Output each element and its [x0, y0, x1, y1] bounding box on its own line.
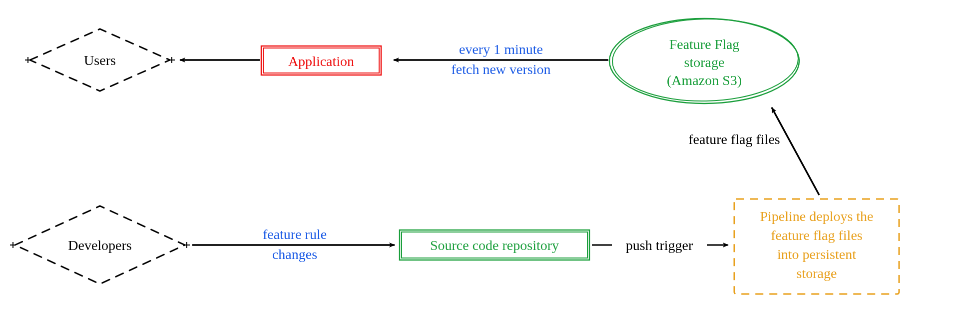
application-node: Application	[261, 46, 381, 75]
developers-label: Developers	[68, 238, 132, 253]
arrow-repo-to-pipeline: push trigger	[592, 238, 728, 253]
edge-repo-pipeline-label: push trigger	[626, 238, 693, 253]
svg-line-12	[772, 108, 819, 195]
repo-node: Source code repository	[400, 230, 589, 260]
application-label: Application	[288, 54, 354, 69]
arrow-pipeline-to-storage: feature flag files	[688, 108, 819, 195]
edge-dev-repo-line2: changes	[272, 246, 317, 262]
pipeline-line2: feature flag files	[771, 228, 862, 243]
users-label: Users	[84, 52, 116, 68]
pipeline-line3: into persistent	[777, 246, 856, 262]
storage-line2: storage	[684, 54, 725, 70]
edge-storage-app-line2: fetch new version	[451, 62, 550, 77]
arrow-dev-to-repo: feature rule changes	[192, 226, 395, 262]
pipeline-line4: storage	[797, 266, 837, 281]
arrow-storage-to-app: every 1 minute fetch new version	[394, 42, 608, 77]
users-node: Users	[25, 29, 175, 91]
repo-label: Source code repository	[430, 238, 559, 253]
pipeline-node: Pipeline deploys the feature flag files …	[734, 199, 899, 294]
storage-node: Feature Flag storage (Amazon S3)	[609, 18, 799, 104]
developers-node: Developers	[10, 206, 190, 284]
storage-line3: (Amazon S3)	[667, 72, 742, 88]
pipeline-line1: Pipeline deploys the	[760, 208, 873, 224]
storage-line1: Feature Flag	[669, 36, 740, 52]
edge-dev-repo-line1: feature rule	[263, 226, 327, 242]
edge-storage-app-line1: every 1 minute	[459, 42, 543, 57]
edge-pipeline-storage-label: feature flag files	[688, 132, 780, 147]
